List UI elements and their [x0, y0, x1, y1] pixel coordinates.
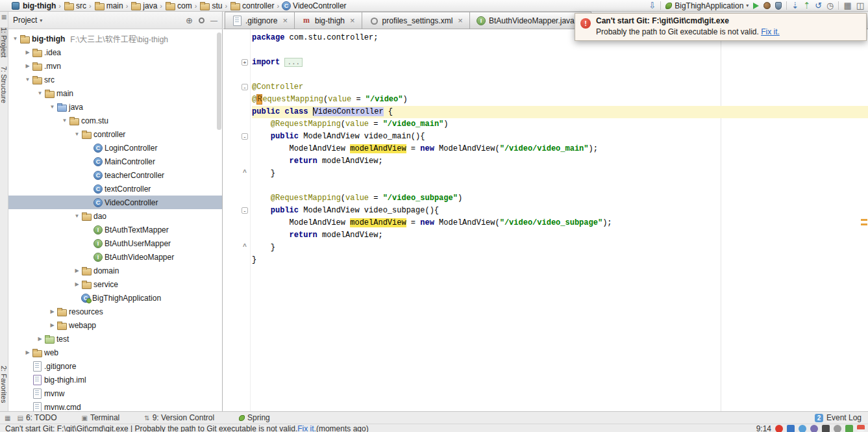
debug-button[interactable] [763, 2, 771, 9]
tree-item[interactable]: CMainController [8, 155, 222, 168]
tree-collapsed-icon[interactable]: ▶ [23, 349, 32, 355]
toolwindow-button[interactable]: Spring [239, 413, 270, 422]
tool-stripe-button[interactable]: 1: Project [0, 27, 8, 57]
fold-marker[interactable]: - [242, 207, 248, 214]
code-line[interactable]: } [252, 242, 868, 254]
hide-windows-icon[interactable]: ◫ [856, 1, 864, 10]
tree-item[interactable]: ▶webapp [8, 318, 222, 332]
tree-expanded-icon[interactable]: ▼ [48, 104, 56, 110]
tree-collapsed-icon[interactable]: ▶ [73, 268, 81, 273]
breadcrumb-item[interactable]: big-thigh [10, 1, 56, 10]
error-stripe-mark[interactable] [861, 223, 867, 225]
tree-item[interactable]: ▼big-thighF:\大三上\软件工程\big-thigh [8, 32, 222, 45]
code-line[interactable]: ModelAndView modelAndView = new ModelAnd… [252, 217, 868, 229]
code-line[interactable]: public ModelAndView video_main(){ [252, 131, 868, 143]
tree-item[interactable]: ▼src [8, 73, 222, 86]
tray-icon-ime[interactable] [787, 425, 795, 432]
fold-marker[interactable]: - [242, 84, 248, 90]
tree-expanded-icon[interactable]: ▼ [60, 118, 69, 123]
breadcrumb-item[interactable]: stu [199, 1, 222, 10]
tree-expanded-icon[interactable]: ▼ [73, 131, 81, 137]
tree-expanded-icon[interactable]: ▼ [23, 77, 32, 83]
tree-item[interactable]: ▶domain [8, 264, 222, 277]
vcs-commit-icon[interactable]: ⇡ [803, 1, 810, 10]
code-line[interactable]: @RequestMapping(value = "/video") [252, 94, 868, 106]
project-view-selector[interactable]: Project ▾ [13, 16, 42, 25]
fold-marker[interactable]: - [242, 133, 248, 140]
code-line[interactable] [252, 44, 868, 57]
tree-item[interactable]: IBtAuthTextMapper [8, 223, 222, 236]
code-area[interactable]: package com.stu.controller;import ...@Co… [252, 32, 868, 266]
code-line[interactable]: public ModelAndView video_subpage(){ [252, 205, 868, 217]
hide-panel-icon[interactable]: — [210, 16, 217, 24]
code-line[interactable]: return modelAndView; [252, 229, 868, 242]
tree-item[interactable]: ▶test [8, 332, 222, 346]
code-line[interactable]: } [252, 254, 868, 266]
vcs-revert-icon[interactable]: ↺ [815, 1, 822, 10]
editor-tab[interactable]: mbig-thigh× [294, 12, 362, 29]
tree-item[interactable]: ▶web [8, 346, 222, 359]
tree-expanded-icon[interactable]: ▼ [11, 36, 19, 42]
tab-close-icon[interactable]: × [458, 16, 463, 25]
tree-item[interactable]: ▼main [8, 86, 222, 100]
code-line[interactable] [252, 69, 868, 81]
tool-stripe-button[interactable]: 7: Structure [0, 66, 8, 103]
tree-item[interactable]: ▼controller [8, 127, 222, 141]
notification-balloon[interactable]: ! Can't start Git: F:\git\Git\cmd\git.ex… [575, 13, 867, 41]
tool-window-switcher-icon[interactable]: ▦ [5, 414, 10, 422]
tree-collapsed-icon[interactable]: ▶ [23, 63, 32, 69]
tree-item[interactable]: ▶.mvn [8, 59, 222, 73]
breadcrumb-item[interactable]: com [165, 1, 192, 10]
tree-item[interactable]: ▶.idea [8, 45, 222, 59]
breadcrumb-item[interactable]: controller [230, 1, 274, 10]
status-fix-it-link[interactable]: Fix it. [297, 424, 316, 432]
code-line[interactable]: public class VideoController { [252, 106, 868, 118]
settings-gear-icon[interactable] [199, 18, 205, 23]
tree-item[interactable]: CVideoController [8, 196, 222, 209]
coverage-button[interactable] [775, 2, 782, 10]
tree-collapsed-icon[interactable]: ▶ [23, 49, 32, 55]
fold-marker[interactable]: ^ [242, 244, 248, 251]
breadcrumb-item[interactable]: src [64, 1, 86, 10]
tree-item[interactable]: CtextController [8, 182, 222, 196]
run-config-selector[interactable]: BigThighApplication ▾ [665, 1, 749, 10]
code-line[interactable]: ModelAndView modelAndView = new ModelAnd… [252, 143, 868, 155]
code-line[interactable]: } [252, 168, 868, 180]
tree-collapsed-icon[interactable]: ▶ [48, 322, 56, 328]
locate-file-icon[interactable]: ⊕ [186, 16, 193, 25]
tree-item[interactable]: ▼com.stu [8, 114, 222, 127]
toolwindow-button[interactable]: ⇅9: Version Control [144, 413, 214, 422]
tree-item[interactable]: big-thigh.iml [8, 373, 222, 387]
tree-collapsed-icon[interactable]: ▶ [36, 336, 44, 342]
toolwindow-button[interactable]: ▤6: TODO [17, 413, 56, 422]
tray-icon-network[interactable] [845, 425, 853, 432]
tree-item[interactable]: .gitignore [8, 359, 222, 373]
code-line[interactable]: return modelAndView; [252, 155, 868, 168]
tree-item[interactable]: CBigThighApplication [8, 291, 222, 305]
tree-expanded-icon[interactable]: ▼ [36, 90, 44, 96]
tray-icon-security[interactable] [857, 425, 865, 432]
tool-window-switcher-icon[interactable]: ▦ [1, 14, 7, 20]
tab-close-icon[interactable]: × [350, 16, 355, 25]
code-line[interactable]: import ... [252, 57, 868, 69]
tree-item[interactable]: IBtAuthUserMapper [8, 236, 222, 250]
project-scrollbar[interactable] [217, 32, 221, 130]
code-line[interactable]: @RequestMapping(value = "/video_subpage"… [252, 192, 868, 205]
tree-collapsed-icon[interactable]: ▶ [73, 281, 81, 287]
tray-icon-keyboard[interactable] [822, 425, 830, 432]
tool-stripe-button[interactable]: 2: Favorites [0, 366, 8, 403]
history-icon[interactable]: ◷ [826, 1, 834, 10]
breadcrumb-item[interactable]: main [94, 1, 123, 10]
tree-collapsed-icon[interactable]: ▶ [48, 309, 56, 314]
tree-item[interactable]: mvnw [8, 387, 222, 400]
tray-icon-app[interactable] [810, 425, 818, 432]
vcs-update-icon[interactable]: ⇣ [791, 1, 799, 10]
tray-icon-red-app[interactable] [775, 425, 783, 432]
tree-item[interactable]: CLoginController [8, 141, 222, 155]
tree-item[interactable]: CteacherController [8, 168, 222, 182]
code-line[interactable] [252, 180, 868, 192]
tray-icon-messenger[interactable] [799, 425, 806, 432]
fix-it-link[interactable]: Fix it. [761, 27, 780, 36]
editor-tab[interactable]: .gitignore× [225, 12, 295, 29]
editor-tab[interactable]: profiles_settings.xml× [362, 12, 470, 29]
